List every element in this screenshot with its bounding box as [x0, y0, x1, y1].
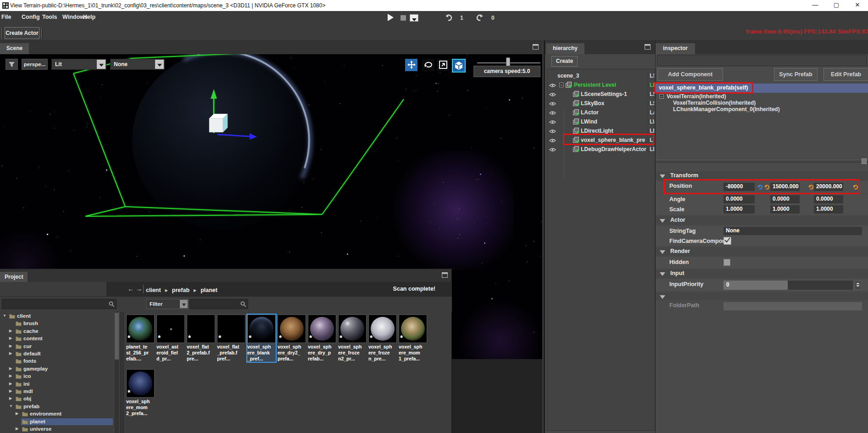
- tree-arrow-icon[interactable]: ▶: [9, 374, 12, 378]
- tree-arrow-icon[interactable]: ▼: [9, 404, 13, 408]
- chevron-down-icon[interactable]: [180, 300, 188, 308]
- scale-tool-button[interactable]: [437, 59, 449, 71]
- asset-item[interactable]: *voxel_flat 2_prefab.f pre...: [187, 315, 215, 362]
- panel-splitter[interactable]: [120, 312, 124, 433]
- eye-icon[interactable]: [549, 101, 556, 106]
- component-row[interactable]: LChunkManagerComponent_0(Inherited): [673, 106, 780, 112]
- move-tool-button[interactable]: [405, 59, 417, 71]
- section-input[interactable]: Input: [656, 269, 868, 278]
- tree-item-ico[interactable]: ▶ico: [0, 373, 120, 380]
- section-transform[interactable]: Transform: [656, 171, 868, 180]
- menu-item-help[interactable]: Help: [83, 14, 95, 20]
- tree-item-universe[interactable]: ▶universe: [0, 426, 120, 433]
- tree-item-brush[interactable]: brush: [0, 320, 120, 327]
- undo-icon[interactable]: [445, 14, 453, 21]
- tree-arrow-icon[interactable]: ▶: [16, 411, 18, 416]
- tree-item-planet[interactable]: planet: [0, 418, 120, 426]
- tree-arrow-icon[interactable]: ▶: [9, 389, 12, 393]
- visibility-toggle[interactable]: [549, 129, 556, 135]
- inspector-search-field[interactable]: [657, 55, 867, 66]
- visibility-toggle[interactable]: [549, 119, 556, 126]
- tree-item-cur[interactable]: ▶cur: [0, 343, 120, 350]
- tree-item-mdl[interactable]: ▶mdl: [0, 388, 120, 395]
- play-options-dropdown[interactable]: [410, 14, 418, 22]
- inputpriority-field[interactable]: 0: [723, 281, 853, 290]
- chevron-down-icon[interactable]: [155, 60, 164, 69]
- angle-z-field[interactable]: 0.0000: [814, 195, 843, 203]
- position-x-field[interactable]: -80000: [723, 183, 755, 191]
- stepper-control[interactable]: [855, 281, 861, 290]
- scale-z-field[interactable]: 1.0000: [814, 205, 843, 214]
- hierarchy-row-LSceneSettings-1[interactable]: LSceneSettings-1LS: [547, 90, 655, 99]
- revert-icon-orange[interactable]: [764, 184, 770, 190]
- hierarchy-create-button[interactable]: Create: [551, 56, 578, 67]
- visibility-toggle[interactable]: [549, 101, 556, 107]
- minimize-button[interactable]: —: [805, 0, 826, 11]
- tree-arrow-icon[interactable]: ▶: [16, 427, 18, 431]
- axis-space-toggle-button[interactable]: [452, 59, 466, 73]
- scale-x-field[interactable]: 1.0000: [723, 205, 755, 214]
- tree-item-cache[interactable]: ▶cache: [0, 328, 120, 335]
- angle-x-field[interactable]: 0.0000: [723, 195, 755, 203]
- angle-y-field[interactable]: 0.0000: [770, 195, 800, 203]
- eye-icon[interactable]: [549, 129, 556, 134]
- asset-item[interactable]: *voxel_sph ere_blank _pref...: [247, 315, 276, 362]
- play-button[interactable]: [388, 14, 394, 21]
- menu-item-file[interactable]: File: [1, 14, 11, 20]
- tree-item-default[interactable]: ▶default: [0, 350, 120, 358]
- eye-icon[interactable]: [549, 138, 556, 143]
- camera-mode-button[interactable]: perspe...: [22, 59, 48, 70]
- tab-hierarchy[interactable]: hierarchy: [546, 43, 584, 54]
- section-render[interactable]: Render: [656, 247, 868, 256]
- component-row[interactable]: VoxelTerrain(Inherited): [667, 93, 726, 100]
- tree-arrow-icon[interactable]: ▼: [3, 314, 6, 318]
- shading-dropdown[interactable]: Lit: [51, 59, 106, 70]
- tree-arrow-icon[interactable]: ▶: [9, 366, 12, 371]
- asset-item[interactable]: *voxel_flat _prefab.f pref...: [217, 315, 245, 362]
- eye-icon[interactable]: [549, 120, 556, 124]
- tree-scrollbar[interactable]: [114, 312, 119, 433]
- eye-icon[interactable]: [549, 83, 556, 88]
- tree-item-environment[interactable]: ▶environment: [0, 411, 120, 418]
- findcamera-checkbox[interactable]: [723, 237, 731, 245]
- tab-scene[interactable]: Scene: [0, 43, 29, 54]
- hierarchy-row-LSkyBox[interactable]: LSkyBoxLS: [547, 99, 655, 108]
- position-y-field[interactable]: 15000.000: [770, 183, 800, 191]
- position-z-field[interactable]: 20000.000: [814, 183, 843, 191]
- filter-view-button[interactable]: [6, 59, 18, 70]
- hierarchy-row-LWind[interactable]: LWindLW: [547, 117, 655, 126]
- component-row[interactable]: VoxelTerrainCollision(Inherited): [673, 100, 756, 106]
- breadcrumb-item-client[interactable]: client: [146, 287, 161, 293]
- hierarchy-row-scene_3[interactable]: scene_3LS: [547, 71, 655, 80]
- revert-icon-blue[interactable]: [757, 184, 763, 190]
- sync-prefab-button[interactable]: Sync Prefab: [774, 68, 818, 81]
- hidden-checkbox[interactable]: [723, 259, 730, 266]
- stop-button[interactable]: [401, 15, 406, 21]
- visibility-toggle[interactable]: [549, 138, 556, 144]
- eye-icon[interactable]: [549, 147, 556, 152]
- section-folder[interactable]: [656, 292, 868, 300]
- add-component-button[interactable]: Add Component: [657, 68, 723, 81]
- edit-prefab-button[interactable]: Edit Prefab: [823, 68, 868, 81]
- tree-item-fonts[interactable]: fonts: [0, 358, 120, 365]
- tree-arrow-icon[interactable]: ▶: [9, 382, 12, 386]
- stringtag-field[interactable]: None: [723, 227, 862, 235]
- asset-item[interactable]: *voxel_sph ere_dry2_ prefa...: [278, 315, 306, 362]
- tree-arrow-icon[interactable]: ▶: [9, 396, 12, 400]
- chevron-down-icon[interactable]: [97, 60, 106, 69]
- asset-item[interactable]: *voxel_sph ere_froze n2_pr...: [338, 315, 367, 362]
- tree-arrow-icon[interactable]: ▶: [9, 344, 12, 348]
- tree-arrow-icon[interactable]: ▶: [9, 351, 12, 355]
- tab-project[interactable]: Project: [0, 272, 28, 282]
- scrollbar-thumb[interactable]: [115, 313, 119, 360]
- breadcrumb-item-planet[interactable]: planet: [200, 287, 217, 293]
- breadcrumb-item-prefab[interactable]: prefab: [172, 287, 189, 293]
- asset-item[interactable]: *voxel_sph ere_mom 1_prefa...: [399, 315, 427, 362]
- tree-item-content[interactable]: ▶content: [0, 335, 120, 343]
- menu-item-tools[interactable]: Tools: [42, 14, 57, 20]
- revert-icon-orange[interactable]: [808, 184, 814, 190]
- redo-icon[interactable]: [476, 14, 484, 21]
- hierarchy-row-voxel_sphere_blank_pre[interactable]: voxel_sphere_blank_preLV: [547, 135, 655, 145]
- rotate-tool-button[interactable]: [422, 59, 434, 71]
- hierarchy-row-LActor[interactable]: LActorLA: [547, 108, 655, 117]
